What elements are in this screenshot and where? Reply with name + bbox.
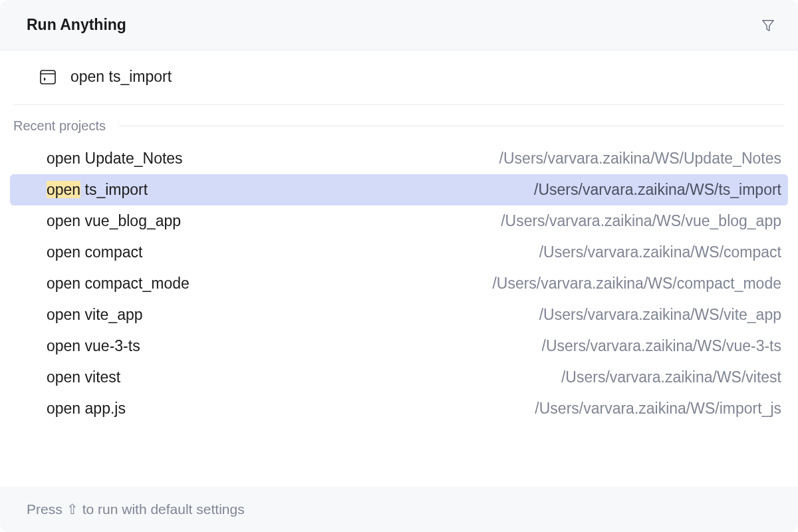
result-path: /Users/varvara.zaikina/WS/compact_mode: [492, 275, 788, 293]
result-command: open vue-3-ts: [47, 337, 140, 355]
result-command: open app.js: [47, 400, 126, 418]
result-row[interactable]: open vue-3-ts/Users/varvara.zaikina/WS/v…: [10, 331, 788, 362]
result-row[interactable]: open ts_import/Users/varvara.zaikina/WS/…: [10, 174, 788, 205]
result-command: open Update_Notes: [47, 150, 183, 168]
result-command: open vitest: [47, 368, 120, 386]
result-row[interactable]: open vue_blog_app/Users/varvara.zaikina/…: [10, 205, 788, 237]
command-input-area[interactable]: [13, 51, 785, 105]
result-path: /Users/varvara.zaikina/WS/compact: [539, 243, 788, 261]
status-bar: Press ⇧ to run with default settings: [0, 487, 798, 532]
result-command: open vite_app: [47, 306, 143, 324]
result-command: open compact: [47, 243, 143, 261]
result-row[interactable]: open compact/Users/varvara.zaikina/WS/co…: [10, 237, 788, 268]
result-row[interactable]: open Update_Notes/Users/varvara.zaikina/…: [10, 143, 788, 174]
dialog-title: Run Anything: [27, 16, 126, 34]
result-path: /Users/varvara.zaikina/WS/Update_Notes: [499, 150, 788, 168]
terminal-icon: [40, 70, 56, 84]
result-command: open ts_import: [47, 181, 148, 199]
footer-suffix: to run with default settings: [82, 501, 245, 517]
dialog-header: Run Anything: [0, 0, 798, 51]
result-row[interactable]: open app.js/Users/varvara.zaikina/WS/imp…: [10, 393, 788, 424]
results-list: open Update_Notes/Users/varvara.zaikina/…: [0, 143, 798, 487]
result-row[interactable]: open compact_mode/Users/varvara.zaikina/…: [10, 268, 788, 299]
result-path: /Users/varvara.zaikina/WS/ts_import: [534, 181, 788, 199]
result-path: /Users/varvara.zaikina/WS/vue-3-ts: [542, 337, 788, 355]
section-label: Recent projects: [13, 118, 106, 134]
section-header: Recent projects: [0, 105, 798, 143]
result-command: open compact_mode: [47, 275, 190, 293]
match-highlight: open: [47, 181, 80, 198]
result-path: /Users/varvara.zaikina/WS/vue_blog_app: [501, 212, 788, 230]
result-path: /Users/varvara.zaikina/WS/vitest: [561, 368, 788, 386]
result-command: open vue_blog_app: [47, 212, 181, 230]
result-path: /Users/varvara.zaikina/WS/import_js: [535, 400, 788, 418]
footer-key: ⇧: [66, 501, 78, 517]
svg-rect-0: [41, 70, 55, 84]
result-row[interactable]: open vite_app/Users/varvara.zaikina/WS/v…: [10, 299, 788, 331]
result-path: /Users/varvara.zaikina/WS/vite_app: [539, 306, 788, 324]
command-input[interactable]: [70, 68, 758, 86]
result-row[interactable]: open vitest/Users/varvara.zaikina/WS/vit…: [10, 362, 788, 393]
filter-icon[interactable]: [759, 17, 777, 34]
section-divider: [119, 126, 785, 126]
footer-prefix: Press: [27, 501, 63, 517]
